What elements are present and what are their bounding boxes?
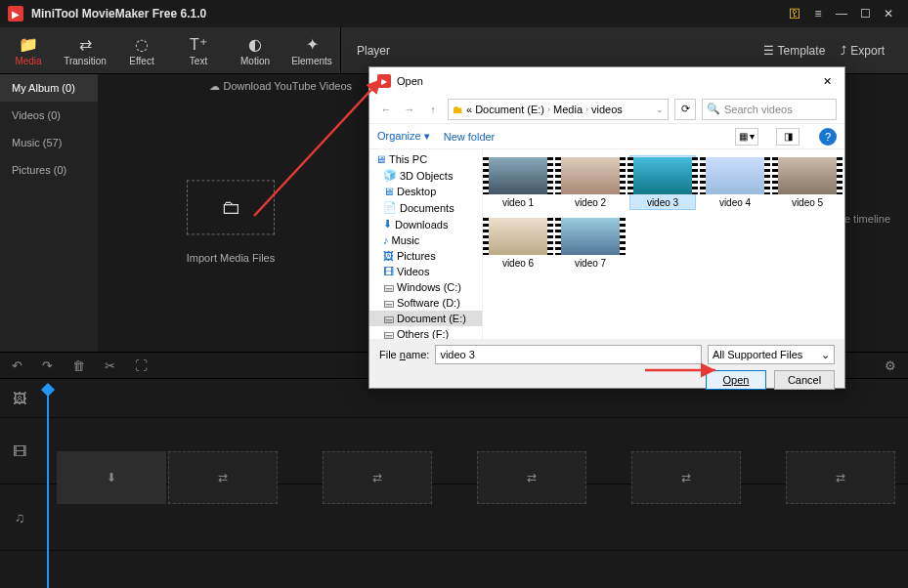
import-dropzone[interactable]: 🗀	[187, 180, 275, 234]
tree-item[interactable]: 🖴Windows (C:)	[369, 279, 482, 295]
sidebar-item-pictures[interactable]: Pictures (0)	[0, 156, 98, 184]
open-dialog: ▶ Open ✕ ← → ↑ 🖿 « Document (E:) › Media…	[368, 66, 845, 389]
organize-menu[interactable]: Organize ▾	[377, 130, 430, 143]
cut-icon[interactable]: ✂	[105, 358, 115, 373]
nav-forward-icon[interactable]: →	[401, 101, 418, 118]
template-button[interactable]: ☰ Template	[756, 40, 834, 62]
filename-input[interactable]	[435, 345, 702, 364]
file-name: video 7	[575, 258, 606, 269]
tree-item[interactable]: 📄Documents	[369, 199, 482, 216]
swap-icon: ⇄	[836, 471, 845, 484]
tree-item[interactable]: ♪Music	[369, 232, 482, 248]
undo-icon[interactable]: ↶	[12, 358, 22, 373]
clip-slot[interactable]: ⇄	[323, 451, 432, 504]
export-button[interactable]: ⤴ Export	[833, 40, 892, 62]
file-item[interactable]: video 2	[557, 155, 624, 210]
menu-icon[interactable]: ≡	[806, 2, 830, 25]
delete-icon[interactable]: 🗑	[72, 358, 85, 373]
open-button[interactable]: Open	[706, 370, 766, 390]
elements-icon: ✦	[306, 35, 319, 54]
file-name: video 6	[502, 258, 534, 269]
tree-item[interactable]: 🖴Others (F:)	[369, 326, 482, 339]
dialog-title-bar: ▶ Open ✕	[369, 67, 844, 95]
clip-slot[interactable]: ⇄	[477, 451, 586, 504]
help-icon[interactable]: ?	[819, 128, 837, 146]
drive-icon: 🖴	[383, 313, 394, 324]
text-icon: T⁺	[190, 35, 207, 54]
breadcrumb-segment[interactable]: videos	[591, 104, 623, 115]
picture-icon: 🖼	[383, 250, 394, 262]
breadcrumb[interactable]: 🖿 « Document (E:) › Media › videos ⌄	[448, 99, 669, 120]
cube-icon: 🧊	[383, 169, 397, 182]
tree-item[interactable]: ⬇Downloads	[369, 216, 482, 232]
nav-back-icon[interactable]: ←	[377, 101, 395, 118]
minimize-icon[interactable]: —	[830, 2, 853, 25]
refresh-icon[interactable]: ⟳	[674, 99, 696, 120]
download-youtube-link[interactable]: ☁ Download YouTube Videos	[209, 80, 353, 93]
file-name: video 2	[575, 197, 606, 208]
breadcrumb-segment[interactable]: Media	[553, 104, 583, 115]
tree-item[interactable]: 🖥Desktop	[369, 184, 482, 199]
playhead[interactable]	[47, 385, 49, 588]
cancel-button[interactable]: Cancel	[774, 370, 835, 390]
sidebar-item-videos[interactable]: Videos (0)	[0, 102, 98, 129]
tree-item[interactable]: 🖼Pictures	[369, 248, 482, 264]
tab-effect[interactable]: ◌ Effect	[113, 27, 170, 73]
file-item[interactable]: video 7	[557, 216, 624, 271]
video-thumbnail	[489, 218, 547, 255]
key-icon[interactable]: ⚿	[783, 2, 806, 25]
filter-select[interactable]: All Supported Files⌄	[708, 345, 835, 364]
tree-item[interactable]: 🎞Videos	[369, 264, 482, 279]
dialog-close-icon[interactable]: ✕	[817, 71, 837, 91]
tab-motion[interactable]: ◐ Motion	[227, 27, 283, 73]
swap-icon: ⇄	[372, 471, 382, 484]
export-icon: ⤴	[841, 44, 846, 58]
tab-elements[interactable]: ✦ Elements	[283, 27, 340, 73]
pc-icon: 🖥	[375, 153, 386, 165]
download-icon: ⬇	[107, 471, 116, 484]
tab-transition[interactable]: ⇄ Transition	[57, 27, 113, 73]
maximize-icon[interactable]: ☐	[853, 2, 877, 25]
file-item[interactable]: video 1	[485, 155, 551, 210]
import-label: Import Media Files	[187, 252, 275, 264]
file-item[interactable]: video 5	[774, 155, 841, 210]
tree-item[interactable]: 🖴Software (D:)	[369, 295, 482, 311]
preview-pane-icon[interactable]: ◨	[776, 128, 800, 146]
file-item[interactable]: video 4	[702, 155, 768, 210]
tree-item[interactable]: 🧊3D Objects	[369, 167, 482, 184]
file-item[interactable]: video 3	[629, 155, 696, 210]
new-folder-button[interactable]: New folder	[444, 131, 496, 143]
clip-slot[interactable]: ⇄	[168, 451, 278, 504]
chevron-down-icon[interactable]: ⌄	[656, 105, 664, 114]
file-name: video 3	[647, 197, 678, 208]
timeline: 🖼 🎞 ♫ ⬇ ⇄ ⇄ ⇄ ⇄ ⇄	[0, 379, 908, 588]
video-thumbnail	[489, 157, 547, 194]
clip-slot[interactable]: ⇄	[786, 451, 895, 504]
clip-slot[interactable]: ⇄	[631, 451, 741, 504]
overlay-icon: 🖼	[0, 391, 39, 406]
close-icon[interactable]: ✕	[877, 2, 900, 25]
nav-up-icon[interactable]: ↑	[424, 101, 442, 118]
tree-this-pc[interactable]: 🖥This PC	[369, 151, 482, 167]
drive-icon: 🖴	[383, 297, 394, 309]
video-thumbnail	[561, 218, 620, 255]
dialog-logo: ▶	[377, 74, 391, 88]
redo-icon[interactable]: ↷	[42, 358, 53, 373]
file-list: video 1video 2video 3video 4video 5video…	[483, 149, 844, 339]
sidebar-item-music[interactable]: Music (57)	[0, 129, 98, 156]
view-mode-icon[interactable]: ▦ ▾	[735, 128, 758, 146]
drive-icon: 🖴	[383, 328, 394, 339]
clip-slot[interactable]: ⬇	[57, 451, 166, 504]
folder-icon: 🗀	[221, 196, 240, 219]
folder-tree: 🖥This PC 🧊3D Objects 🖥Desktop 📄Documents…	[369, 149, 483, 339]
search-input[interactable]: 🔍 Search videos	[702, 99, 837, 120]
tree-item[interactable]: 🖴Document (E:)	[369, 311, 482, 326]
tab-text[interactable]: T⁺ Text	[170, 27, 227, 73]
file-item[interactable]: video 6	[485, 216, 551, 271]
settings-icon[interactable]: ⚙	[885, 358, 896, 373]
timeline-hint-text: e timeline	[844, 213, 890, 225]
sidebar-item-my-album[interactable]: My Album (0)	[0, 74, 98, 102]
breadcrumb-segment[interactable]: Document (E:)	[475, 104, 544, 115]
tab-media[interactable]: 📁 Media	[0, 27, 57, 73]
crop-icon[interactable]: ⛶	[135, 358, 148, 373]
